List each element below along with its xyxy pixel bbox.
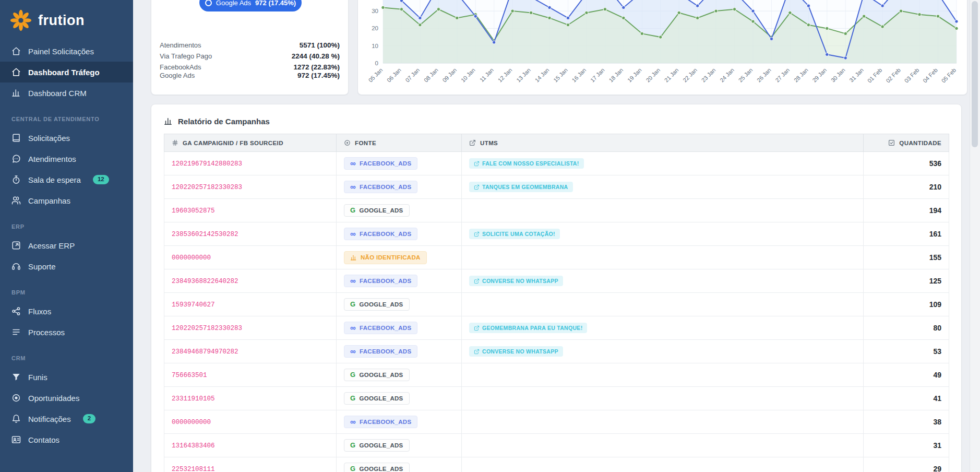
- utm-label: TANQUES EM GEOMEMBRANA: [482, 184, 568, 191]
- sidebar-item-dashboard-crm[interactable]: Dashboard CRM: [0, 82, 133, 103]
- svg-text:22 Jan: 22 Jan: [682, 67, 698, 84]
- fonte-badge-label: GOOGLE_ADS: [359, 466, 403, 472]
- sidebar-item-label: Dashboard Tráfego: [28, 68, 100, 77]
- utm-cell: [462, 293, 864, 316]
- quantity-cell: 210: [864, 175, 949, 199]
- legend-button-value: 972 (17.45%): [255, 0, 296, 7]
- campaign-id: 19603052875: [172, 207, 215, 215]
- quantity-cell: 49: [864, 363, 949, 387]
- check-square-icon: [888, 139, 895, 146]
- bell-icon: [11, 414, 21, 423]
- campaign-id: 120220257182330283: [172, 325, 242, 332]
- fonte-badge: GGOOGLE_ADS: [344, 369, 410, 382]
- table-row: 0000000000∞FACEBOOK_ADS38: [164, 410, 949, 434]
- utm-link[interactable]: SOLICITE UMA COTAÇÃO!: [469, 229, 560, 240]
- col-header-utms[interactable]: UTMS: [462, 134, 864, 152]
- fonte-cell: GGOOGLE_ADS: [337, 387, 462, 410]
- campaign-id: 23853602142530282: [172, 231, 238, 238]
- sidebar-item-solicitacoes[interactable]: Solicitações: [0, 127, 133, 148]
- sidebar-item-suporte[interactable]: Suporte: [0, 256, 133, 277]
- sidebar-item-notificacoes[interactable]: Notificações2: [0, 408, 133, 429]
- sidebar-section-erp: ERP: [0, 211, 133, 235]
- summary-stats: Atendimentos 5571 (100%) Via Trafego Pag…: [160, 41, 340, 80]
- fonte-badge-label: GOOGLE_ADS: [359, 395, 403, 402]
- campaign-id: 0000000000: [172, 254, 211, 262]
- col-header-fonte[interactable]: FONTE: [337, 134, 462, 152]
- svg-text:10: 10: [372, 43, 378, 49]
- svg-text:26 Jan: 26 Jan: [756, 67, 772, 84]
- sidebar-section-bpm: BPM: [0, 277, 133, 301]
- svg-text:02 Feb: 02 Feb: [885, 67, 902, 84]
- table-row: 0000000000NÃO IDENTIFICADA155: [164, 246, 949, 269]
- stat-value: 2244 (40.28 %): [292, 52, 340, 60]
- users-icon: [11, 196, 21, 205]
- quantity-cell: 155: [864, 246, 949, 269]
- fonte-badge: ∞FACEBOOK_ADS: [344, 416, 417, 429]
- fonte-cell: GGOOGLE_ADS: [337, 457, 462, 472]
- svg-text:17 Jan: 17 Jan: [589, 67, 606, 84]
- campaign-id-cell: 120220257182330283: [164, 175, 337, 199]
- campaign-id-cell: 23311910105: [164, 387, 337, 410]
- sidebar-item-label: Processos: [28, 328, 65, 337]
- campaign-table: GA CAMPAIGNID / FB SOURCEID FONTE: [164, 134, 949, 472]
- sidebar-item-funis[interactable]: Funis: [0, 367, 133, 387]
- svg-text:06 Jan: 06 Jan: [386, 67, 402, 84]
- table-row: 23849468794970282∞FACEBOOK_ADSCONVERSE N…: [164, 340, 949, 363]
- utm-link[interactable]: FALE COM NOSSO ESPECIALISTA!: [469, 158, 584, 169]
- stat-row: Via Trafego Pago 2244 (40.28 %): [160, 52, 340, 60]
- utm-link[interactable]: TANQUES EM GEOMEMBRANA: [469, 182, 573, 193]
- svg-text:14 Jan: 14 Jan: [534, 67, 551, 84]
- table-row: 756663501GGOOGLE_ADS49: [164, 363, 949, 387]
- scrollbar-thumb[interactable]: [972, 1, 978, 147]
- sidebar-item-sala-de-espera[interactable]: Sala de espera12: [0, 169, 133, 190]
- brand[interactable]: frution: [0, 0, 133, 41]
- svg-text:24 Jan: 24 Jan: [719, 67, 735, 84]
- sidebar-item-campanhas[interactable]: Campanhas: [0, 190, 133, 211]
- campaign-id-cell: 23853602142530282: [164, 222, 337, 246]
- radio-icon: [205, 0, 212, 6]
- page-scrollbar[interactable]: [970, 0, 980, 472]
- fonte-badge: NÃO IDENTIFICADA: [344, 251, 427, 264]
- stat-row: Atendimentos 5571 (100%): [160, 41, 340, 49]
- stat-label: Atendimentos: [160, 41, 201, 49]
- campaign-id-cell: 23849468794970282: [164, 340, 337, 363]
- sidebar-item-processos[interactable]: Processos: [0, 322, 133, 343]
- table-header-row: GA CAMPAIGNID / FB SOURCEID FONTE: [164, 134, 949, 152]
- fonte-badge: ∞FACEBOOK_ADS: [344, 345, 417, 358]
- campaign-report-card: Relatório de Campanhas GA CAMPAIGNID / F…: [151, 104, 962, 472]
- utm-label: SOLICITE UMA COTAÇÃO!: [482, 231, 555, 238]
- list-icon: [11, 327, 21, 337]
- stat-value: 5571 (100%): [300, 41, 340, 49]
- svg-text:15 Jan: 15 Jan: [552, 67, 569, 84]
- sidebar-item-atendimentos[interactable]: Atendimentos: [0, 148, 133, 169]
- campaign-id: 756663501: [172, 372, 207, 379]
- svg-text:16 Jan: 16 Jan: [571, 67, 588, 84]
- svg-text:23 Jan: 23 Jan: [700, 67, 717, 84]
- svg-text:13 Jan: 13 Jan: [515, 67, 532, 84]
- sidebar-item-dashboard-trafego[interactable]: Dashboard Tráfego: [0, 62, 133, 82]
- utm-cell: [462, 387, 864, 410]
- col-header-quantidade[interactable]: QUANTIDADE: [864, 134, 949, 152]
- utm-link[interactable]: CONVERSE NO WHATSAPP: [469, 276, 563, 287]
- svg-text:04 Feb: 04 Feb: [922, 67, 939, 84]
- quantity-cell: 536: [864, 152, 949, 175]
- sidebar-item-painel-solicitacoes[interactable]: Painel Solicitações: [0, 41, 133, 62]
- svg-text:25 Jan: 25 Jan: [737, 67, 754, 84]
- quantity-cell: 80: [864, 316, 949, 340]
- campaign-id-cell: 120220257182330283: [164, 316, 337, 340]
- external-link-icon: [474, 161, 480, 167]
- sidebar-item-oportunidades[interactable]: Oportunidades: [0, 387, 133, 408]
- col-header-campaignid[interactable]: GA CAMPAIGNID / FB SOURCEID: [164, 134, 337, 152]
- campaign-id: 22532108111: [172, 466, 215, 472]
- google-icon: G: [350, 372, 355, 378]
- svg-text:27 Jan: 27 Jan: [774, 67, 791, 84]
- headset-icon: [11, 262, 21, 271]
- sidebar-item-acessar-erp[interactable]: Acessar ERP: [0, 235, 133, 256]
- google-ads-legend-button[interactable]: Google Ads 972 (17.45%): [199, 0, 302, 11]
- sidebar-item-fluxos[interactable]: Fluxos: [0, 301, 133, 322]
- fonte-cell: ∞FACEBOOK_ADS: [337, 410, 462, 434]
- utm-link[interactable]: CONVERSE NO WHATSAPP: [469, 346, 563, 357]
- utm-link[interactable]: GEOMEMBRANA PARA EU TANQUE!: [469, 323, 587, 334]
- sidebar-item-contatos[interactable]: Contatos: [0, 429, 133, 450]
- fonte-badge: GGOOGLE_ADS: [344, 204, 410, 217]
